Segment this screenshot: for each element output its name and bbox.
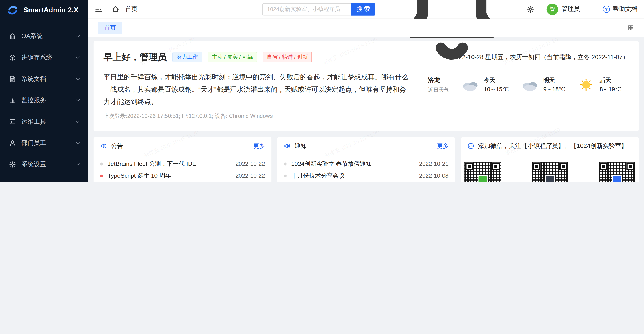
announcements-more-link[interactable]: 更多 [254,142,265,150]
tag-innovate: 自省 / 精进 / 创新 [263,52,312,62]
tag-work-hard: 努力工作 [172,52,202,62]
tab-home[interactable]: 首页 [98,21,122,34]
qr-code-image [464,162,500,182]
bar-chart-icon [9,97,16,104]
card-title: 公告 [111,142,123,150]
card-title: 添加微信，关注【小镇程序员】、【1024创新实验室】 [478,142,628,150]
sidebar-item-staff[interactable]: 部门员工 [0,132,88,153]
menu-fold-icon[interactable] [95,5,103,13]
home-icon[interactable] [112,5,120,13]
weather-day-after: 后天8～19℃ [576,77,621,93]
bullet-dot [100,162,103,165]
topbar: 首页 搜 索 12 管 管理员 ? 帮助文档 [88,0,644,19]
logo-row[interactable]: SmartAdmin 2.X [0,0,88,20]
chevron-down-icon [76,55,80,59]
notices-more-link[interactable]: 更多 [437,142,448,150]
announcement-item[interactable]: JetBrains Fleet 公测，下一代 IDE2022-10-22 [100,158,265,170]
box-icon [9,54,16,61]
sun-icon [576,78,595,92]
motto-text: 平日里的千锤百炼，才能托举出光彩时刻；逆境中的亮剑、失败后的奋起，才能让梦想成真… [104,70,410,107]
announcement-item[interactable]: TypeScript 诞生 10 周年2022-10-22 [100,170,265,182]
building-icon [9,33,16,40]
bullet-dot [284,174,287,177]
bullet-dot [100,174,103,177]
settings-gear-icon[interactable] [526,5,534,13]
wechat-account: 1024创新实验室 官方账号 [595,162,638,182]
sidebar-item-monitor[interactable]: 监控服务 [0,89,88,111]
chevron-down-icon [76,33,80,37]
greeting-title: 早上好，管理员 [104,51,167,63]
tabbar: 首页 [88,19,644,37]
main-content: 早上好，管理员 努力工作 主动 / 皮实 / 可靠 自省 / 精进 / 创新 2… [88,37,644,182]
chevron-down-icon [76,97,80,101]
layout-grid-icon[interactable] [628,24,634,31]
terminal-icon [9,118,16,125]
notice-item[interactable]: 1024创新实验室 春节放假通知2022-10-21 [284,158,448,170]
document-icon [9,75,16,82]
cloud-icon [461,78,480,92]
announcements-card: 公告 更多 JetBrains Fleet 公测，下一代 IDE2022-10-… [94,137,272,182]
search-input[interactable] [262,3,351,15]
sidebar-item-settings[interactable]: 系统设置 [0,153,88,175]
sidebar-menu: OA系统 进销存系统 系统文档 监控服务 运维工具 [0,20,88,182]
wechat-card: 添加微信，关注【小镇程序员】、【1024创新实验室】 卓大的微信号! 骚扰卓大 … [461,137,638,182]
user-menu[interactable]: 管 管理员 [547,3,580,15]
chevron-down-icon [76,140,80,144]
avatar: 管 [547,3,558,15]
card-title: 通知 [294,142,307,150]
megaphone-icon [100,142,107,149]
user-name: 管理员 [562,5,580,13]
sidebar: SmartAdmin 2.X OA系统 进销存系统 系统文档 监控服务 [0,0,88,182]
welcome-card: 早上好，管理员 努力工作 主动 / 皮实 / 可靠 自省 / 精进 / 创新 2… [94,41,638,131]
bullet-dot [284,162,287,165]
cloud-icon [520,78,539,92]
weather-day-today: 今天10～15℃ [461,77,509,93]
announcement-item[interactable]: Windows Terminal 正式成为 Windows 11 ...2022… [100,182,265,182]
weather-day-tomorrow: 明天9～18℃ [520,77,565,93]
user-icon [9,139,16,146]
question-circle-icon: ? [603,6,610,13]
weather-panel: 洛龙 近日天气 今天10～15℃ 明天9～18℃ 后天8～19℃ [428,76,621,94]
wechat-account: 小镇程序员 代码与生活，还有钱途 [524,162,576,182]
weather-label: 近日天气 [428,86,449,94]
app-title: SmartAdmin 2.X [23,6,78,14]
tag-reliable: 主动 / 皮实 / 可靠 [208,52,257,62]
account-logo-badge [545,175,555,182]
chevron-down-icon [76,76,80,80]
sidebar-item-ops[interactable]: 运维工具 [0,111,88,132]
code-icon [9,182,16,182]
wechat-logo-badge [478,175,488,182]
notice-item[interactable]: 1024创新实验室 十一放假通知2022-09-29 [284,182,448,182]
gear-icon [9,161,16,168]
chevron-down-icon [76,161,80,165]
smiley-icon [467,142,474,149]
qr-code-image [599,162,635,182]
app-logo-icon [6,4,19,16]
wechat-account: 卓大的微信号! 骚扰卓大 :) [461,162,504,182]
sidebar-item-oa[interactable]: OA系统 [0,25,88,47]
search-button[interactable]: 搜 索 [351,3,376,15]
global-search: 搜 索 [262,3,376,15]
chevron-down-icon [76,119,80,123]
sidebar-item-codegen[interactable]: 代码生成 [0,175,88,182]
help-link[interactable]: ? 帮助文档 [603,5,638,13]
bell-icon [390,64,514,71]
notices-card: 通知 更多 1024创新实验室 春节放假通知2022-10-21 十月份技术分享… [277,137,455,182]
sidebar-item-docs[interactable]: 系统文档 [0,68,88,89]
last-login-info: 上次登录:2022-10-26 17:50:51; IP:127.0.0.1; … [104,112,629,120]
notice-item[interactable]: 十月份技术分享会议2022-10-08 [284,170,448,182]
weather-city: 洛龙 [428,76,449,84]
lab-logo-badge [612,175,622,182]
qr-code-image [532,162,568,182]
breadcrumb[interactable]: 首页 [125,5,138,13]
megaphone-icon [284,142,291,149]
sidebar-item-erp[interactable]: 进销存系统 [0,47,88,68]
app-window: SmartAdmin 2.X OA系统 进销存系统 系统文档 监控服务 [0,0,644,182]
